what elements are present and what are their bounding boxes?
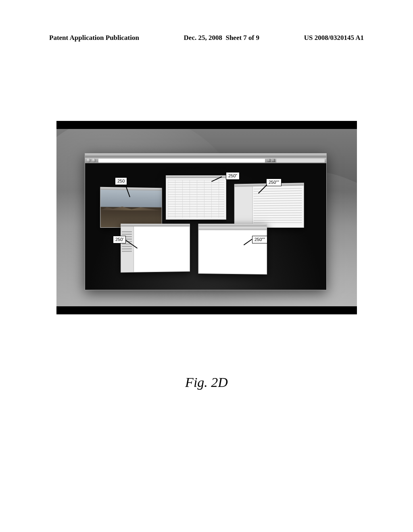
page-header: Patent Application Publication Dec. 25, … (0, 34, 413, 42)
browser-titlebar[interactable] (85, 154, 326, 158)
ref-label: 250″″ (252, 236, 267, 243)
browser-toolbar (85, 158, 326, 163)
header-left: Patent Application Publication (49, 34, 139, 42)
search-input[interactable] (276, 159, 325, 162)
stop-button[interactable] (272, 159, 275, 162)
preview-thumb-editor[interactable] (121, 224, 190, 272)
back-button[interactable] (87, 158, 91, 162)
refresh-button[interactable] (267, 159, 271, 162)
header-mid: Dec. 25, 2008 Sheet 7 of 9 (184, 34, 259, 42)
preview-thumb-document[interactable] (198, 224, 267, 274)
preview-thumb-explorer[interactable] (234, 183, 304, 228)
figure-frame: 250 250″ 250″″ 250′ 250″″ (56, 121, 357, 314)
preview-thumb-spreadsheet[interactable] (166, 175, 226, 220)
ref-label: 250 (115, 177, 127, 185)
ref-label: 250″″ (266, 179, 282, 186)
forward-button[interactable] (92, 158, 96, 162)
desktop-background: 250 250″ 250″″ 250′ 250″″ (56, 129, 357, 306)
ref-label: 250″ (226, 172, 240, 180)
browser-window[interactable] (85, 153, 327, 290)
figure-caption: Fig. 2D (0, 375, 413, 390)
header-right: US 2008/0320145 A1 (304, 34, 364, 42)
address-bar[interactable] (98, 159, 265, 162)
preview-thumb-landscape[interactable] (100, 187, 162, 228)
ref-label: 250′ (113, 236, 126, 243)
